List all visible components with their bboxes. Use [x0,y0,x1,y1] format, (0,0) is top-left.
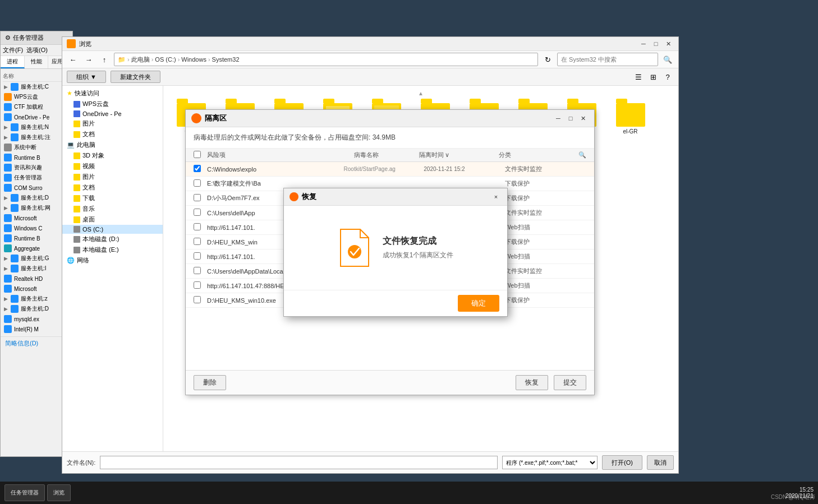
open-button[interactable]: 打开(O) [602,455,642,470]
quarantine-title-text: 隔离区 [205,113,227,123]
quarantine-row-0[interactable]: C:\Windows\explo Rootkit/StartPage.ag 20… [186,162,594,177]
row-6-checkbox[interactable] [194,252,201,260]
task-item-8[interactable]: 资讯和兴趣 [3,163,70,173]
task-item-23[interactable]: mysqld.ex [3,314,70,324]
task-item-15[interactable]: Runtime B [3,233,70,243]
task-manager-title-text: 任务管理器 [13,34,44,42]
menu-options[interactable]: 选项(O) [26,46,48,54]
help-button[interactable]: ? [661,71,674,83]
nav-drive-e-label: 本地磁盘 (E:) [82,246,119,254]
tab-process[interactable]: 进程 [1,56,25,68]
nav-network[interactable]: 🌐 网络 [62,255,163,266]
row-7-checkbox[interactable] [194,267,201,274]
task-item-21[interactable]: ▶ 服务主机:z [3,294,70,304]
nav-this-pc[interactable]: 💻 此电脑 [62,140,163,150]
task-item-16[interactable]: Aggregate [3,243,70,253]
quarantine-title-left: 隔离区 [191,113,227,123]
search-button[interactable]: 🔍 [661,53,674,66]
nav-desktop[interactable]: 桌面 [62,214,163,225]
row-4-checkbox[interactable] [194,223,201,230]
close-button[interactable]: ✕ [663,39,674,48]
row-1-checkbox[interactable] [194,179,201,187]
forward-button[interactable]: → [82,53,95,66]
nav-onedrive[interactable]: OneDrive - Pe [62,109,163,118]
task-item-20[interactable]: Microsoft [3,284,70,294]
nav-wps[interactable]: WPS云盘 [62,99,163,109]
row-4-checkbox-col [194,223,207,232]
task-item-22[interactable]: ▶ 服务主机:D [3,304,70,314]
task-item-0[interactable]: ▶ 服务主机:C [3,82,70,92]
task-item-2[interactable]: CTF 加载程 [3,102,70,112]
row-5-checkbox[interactable] [194,238,201,245]
task-item-13[interactable]: Microsoft [3,213,70,223]
header-time-label: 隔离时间 [419,151,444,159]
recovery-close-button[interactable]: × [490,192,502,201]
row-0-checkbox[interactable] [194,165,201,172]
delete-button[interactable]: 删除 [194,375,226,390]
nav-video[interactable]: 视频 [62,161,163,172]
task-label-9: 任务管理器 [14,174,42,182]
nav-drive-d[interactable]: 本地磁盘 (D:) [62,234,163,244]
nav-downloads[interactable]: 下载 [62,193,163,204]
row-2-checkbox-col [194,194,207,202]
menu-file[interactable]: 文件(F) [3,46,23,54]
task-item-5[interactable]: ▶ 服务主机:注 [3,132,70,142]
quarantine-minimize-button[interactable]: ─ [553,114,564,123]
cancel-button[interactable]: 取消 [647,455,674,470]
view-details-button[interactable]: ☰ [632,71,645,83]
view-icons-button[interactable]: ⊞ [647,71,659,83]
row-3-checkbox-col [194,209,207,217]
back-button[interactable]: ← [67,53,79,66]
taskbar-browser[interactable]: 浏览 [47,484,71,501]
nav-quick-access[interactable]: ★ 快速访问 [62,88,163,99]
nav-drive-e[interactable]: 本地磁盘 (E:) [62,244,163,255]
quarantine-search-icon[interactable]: 🔍 [578,151,586,159]
nav-3d[interactable]: 3D 对象 [62,150,163,161]
nav-pictures[interactable]: 图片 [62,118,163,129]
organize-button[interactable]: 组织 ▼ [67,71,106,83]
task-item-3[interactable]: OneDrive - Pe [3,112,70,122]
task-item-9[interactable]: 任务管理器 [3,173,70,183]
filetype-select[interactable]: 程序 (*.exe;*.pif;*.com;*.bat;* [502,456,598,469]
task-item-17[interactable]: ▶ 服务主机:G [3,253,70,263]
task-item-7[interactable]: Runtime B [3,152,70,163]
nav-pictures2-label: 图片 [82,173,95,181]
tab-performance[interactable]: 性能 [25,56,49,68]
nav-os-c[interactable]: OS (C:) [62,225,163,234]
task-item-18[interactable]: ▶ 服务主机:I [3,263,70,274]
nav-pictures2[interactable]: 图片 [62,172,163,182]
task-item-14[interactable]: Windows C [3,223,70,233]
quarantine-maximize-button[interactable]: □ [565,114,576,123]
refresh-button[interactable]: ↻ [541,53,554,66]
task-item-19[interactable]: Realtek HD [3,274,70,284]
task-item-24[interactable]: Intel(R) M [3,324,70,334]
minimize-button[interactable]: ─ [638,39,649,48]
task-icon-0 [11,83,19,91]
row-8-checkbox[interactable] [194,281,201,289]
select-all-checkbox[interactable] [194,151,201,158]
task-item-11[interactable]: ▶ 服务主机:D [3,193,70,203]
submit-button[interactable]: 提交 [554,375,586,390]
row-2-checkbox[interactable] [194,194,201,201]
task-item-12[interactable]: ▶ 服务主机:网 [3,203,70,213]
task-item-10[interactable]: COM Surro [3,183,70,193]
taskbar-task-manager[interactable]: 任务管理器 [4,484,45,501]
nav-music[interactable]: 音乐 [62,204,163,214]
task-item-6[interactable]: 系统中断 [3,142,70,152]
up-button[interactable]: ↑ [98,53,111,66]
restore-button[interactable]: 恢复 [516,375,548,390]
filename-input[interactable] [100,456,498,469]
row-9-checkbox[interactable] [194,296,201,303]
confirm-button[interactable]: 确定 [458,295,499,312]
maximize-button[interactable]: □ [650,39,661,48]
row-3-checkbox[interactable] [194,209,201,216]
task-item-1[interactable]: WPS云盘 [3,92,70,102]
nav-documents[interactable]: 文档 [62,129,163,140]
file-item-elgr[interactable]: el-GR [609,101,651,137]
quarantine-close-button[interactable]: ✕ [577,114,589,123]
task-item-4[interactable]: ▶ 服务主机:N [3,122,70,132]
address-bar[interactable]: 📁 › 此电脑 › OS (C:) › Windows › System32 [114,53,538,66]
nav-documents2[interactable]: 文档 [62,182,163,193]
search-input[interactable] [557,53,658,66]
new-folder-button[interactable]: 新建文件夹 [111,71,160,83]
